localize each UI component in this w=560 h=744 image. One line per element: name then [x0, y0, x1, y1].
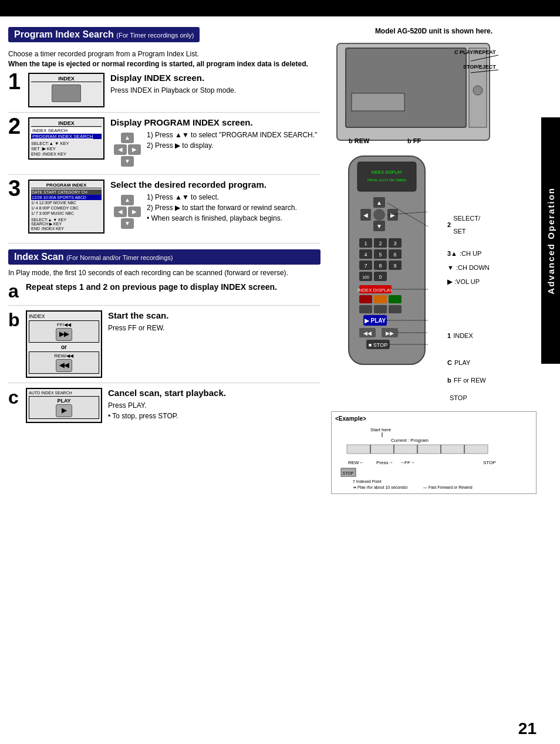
- program-index-header: Program Index Search (For Timer recordin…: [8, 27, 321, 46]
- svg-text:■ STOP: ■ STOP: [369, 342, 387, 348]
- svg-text:◀◀: ◀◀: [363, 330, 372, 336]
- down-arrow-3: ▼: [121, 218, 134, 229]
- svg-text:▶: ▶: [390, 212, 395, 218]
- svg-rect-52: [374, 305, 387, 313]
- remote-wrapper: INDEX DISPLAY PROG SLOT ON TIMER ▲ ▼ ◀ ▶…: [331, 153, 537, 405]
- play-icon: ▶: [56, 404, 72, 417]
- step-3-title: Select the desired recorded program.: [110, 180, 321, 190]
- svg-rect-2: [352, 93, 404, 111]
- svg-text:2: 2: [379, 241, 382, 246]
- remote-annotations: 2 SELECT/SET 3▲ :CH UP ▼ :CH DOWN ▶ :VOL…: [443, 153, 490, 405]
- svg-text:➜ Play (for about 10 seconds): ➜ Play (for about 10 seconds): [353, 485, 408, 489]
- svg-text:6: 6: [393, 252, 396, 258]
- svg-text:1: 1: [364, 241, 367, 246]
- svg-text:STOP: STOP: [343, 471, 354, 475]
- svg-rect-53: [389, 305, 402, 313]
- step-2-body: ▲ ◀ ▶ ▼ 1) Press ▲▼ to select "PROGRAM I…: [110, 130, 321, 170]
- svg-text:STOP/EJECT: STOP/EJECT: [463, 64, 496, 70]
- svg-text:▲: ▲: [376, 199, 382, 206]
- step-b-row: b INDEX FF/◀◀ ▶▶ or REW/◀◀ ◀◀ Start the …: [8, 310, 321, 383]
- svg-text:Press→: Press→: [376, 460, 393, 465]
- left-column: Program Index Search (For Timer recordin…: [0, 22, 329, 499]
- lr-arrows-3: ◀ ▶: [114, 206, 141, 218]
- step-c-title: Cancel scan, start playback.: [108, 388, 321, 398]
- step-b-title: Start the scan.: [108, 310, 321, 320]
- ann-ch-down: ▼ :CH DOWN: [447, 261, 490, 274]
- step-2-content: Display PROGRAM INDEX screen. ▲ ◀ ▶ ▼ 1)…: [110, 117, 321, 170]
- section-divider: [8, 243, 321, 244]
- svg-text:† Indexed Point: † Indexed Point: [353, 479, 382, 483]
- step-b-letter: b: [8, 310, 22, 329]
- svg-text:5: 5: [379, 252, 382, 258]
- svg-text:4: 4: [364, 252, 367, 258]
- svg-text:INDEX DISPLAY: INDEX DISPLAY: [372, 170, 403, 174]
- svg-text:→FF→: →FF→: [400, 460, 415, 465]
- side-tab-label: Advanced Operation: [546, 187, 556, 295]
- down-arrow: ▼: [121, 156, 134, 167]
- step-3-number: 3: [8, 177, 25, 199]
- ann-play: C PLAY: [447, 356, 490, 369]
- ann-ch-up: 3▲ :CH UP: [447, 247, 490, 260]
- side-tab: Advanced Operation: [541, 117, 560, 364]
- svg-text:REW←: REW←: [348, 460, 364, 465]
- svg-text:0: 0: [379, 274, 382, 280]
- step-a-content: Repeat steps 1 and 2 on previous page to…: [26, 282, 321, 293]
- index-button-icon: [52, 84, 81, 102]
- svg-text:STOP: STOP: [483, 460, 496, 465]
- index-scan-title: Index Scan (For Normal and/or Timer reco…: [8, 249, 321, 265]
- step-3-screen: PROGRAM INDEX DATE START CATEGORY CH 12/…: [28, 180, 104, 234]
- svg-text:7: 7: [364, 263, 367, 269]
- ann-select-set: 2 SELECT/SET: [447, 212, 490, 238]
- rew-icon: ◀◀: [56, 359, 72, 372]
- ff-icon: ▶▶: [56, 328, 72, 341]
- svg-text:▼: ▼: [376, 223, 382, 229]
- ann-index: 1 INDEX: [447, 329, 490, 342]
- index-scan-section: Index Scan (For Normal and/or Timer reco…: [8, 249, 321, 423]
- step-c-letter: c: [8, 388, 22, 407]
- step-b-screen: INDEX FF/◀◀ ▶▶ or REW/◀◀ ◀◀: [26, 310, 102, 378]
- intro-text: Choose a timer recorded program from a P…: [8, 49, 321, 69]
- ff-button-display: FF/◀◀ ▶▶: [29, 320, 99, 343]
- ann-vol-up: ▶ :VOL UP: [447, 275, 490, 288]
- rew-button-display: REW/◀◀ ◀◀: [29, 351, 99, 374]
- example-area: <Example> Start here Current : Program R…: [331, 411, 537, 494]
- step-1-content: Display INDEX screen. Press INDEX in Pla…: [110, 73, 321, 96]
- svg-rect-12: [357, 162, 416, 191]
- top-bar: [0, 0, 560, 16]
- right-column: Model AG-520D unit is shown here. C PLAY…: [329, 22, 541, 499]
- right-arrow-3: ▶: [128, 207, 141, 217]
- svg-text:9: 9: [393, 263, 396, 269]
- svg-rect-51: [359, 305, 372, 313]
- svg-text:INDEX DISPLAY: INDEX DISPLAY: [357, 288, 393, 293]
- step-2-number: 2: [8, 115, 25, 137]
- svg-text:◀: ◀: [363, 212, 368, 218]
- svg-point-4: [473, 86, 483, 95]
- svg-text:C PLAY/REPEAT: C PLAY/REPEAT: [454, 49, 496, 55]
- ann-stop: STOP: [447, 391, 490, 404]
- svg-text:Start here: Start here: [370, 427, 392, 432]
- svg-rect-1: [346, 48, 466, 127]
- arrow-buttons-2: ▲ ◀ ▶ ▼: [114, 132, 141, 167]
- svg-text:3: 3: [393, 241, 396, 246]
- right-arrow: ▶: [128, 144, 141, 155]
- left-arrow-3: ◀: [114, 207, 127, 217]
- svg-rect-48: [359, 295, 372, 303]
- step-1-row: 1 INDEX Display INDEX screen. Press INDE…: [8, 73, 321, 113]
- index-scan-header: Index Scan (For Normal and/or Timer reco…: [8, 249, 321, 265]
- svg-text:— Fast Forward or Rewind: — Fast Forward or Rewind: [423, 485, 473, 489]
- svg-text:8: 8: [379, 263, 382, 269]
- program-index-title: Program Index Search (For Timer recordin…: [8, 27, 200, 42]
- step-3-row: 3 PROGRAM INDEX DATE START CATEGORY CH 1…: [8, 180, 321, 238]
- example-title: <Example>: [335, 415, 532, 422]
- step-b-content: Start the scan. Press FF or REW.: [108, 310, 321, 333]
- step-c-row: c AUTO INDEX SEARCH PLAY ▶ Cancel scan, …: [8, 388, 321, 423]
- step-c-body: Press PLAY. • To stop, press STOP.: [108, 400, 321, 421]
- left-arrow: ◀: [114, 144, 127, 155]
- ann-ff-rew: b FF or REW: [447, 374, 490, 387]
- step-2-screen: INDEX INDEX SEARCH PROGRAM INDEX SEARCH …: [28, 117, 104, 160]
- tv-diagram: C PLAY/REPEAT STOP/EJECT b REW b FF: [331, 38, 501, 149]
- svg-text:b REW: b REW: [349, 137, 370, 144]
- svg-text:100: 100: [362, 275, 369, 279]
- up-arrow: ▲: [121, 133, 134, 143]
- step-b-body: Press FF or REW.: [108, 323, 321, 333]
